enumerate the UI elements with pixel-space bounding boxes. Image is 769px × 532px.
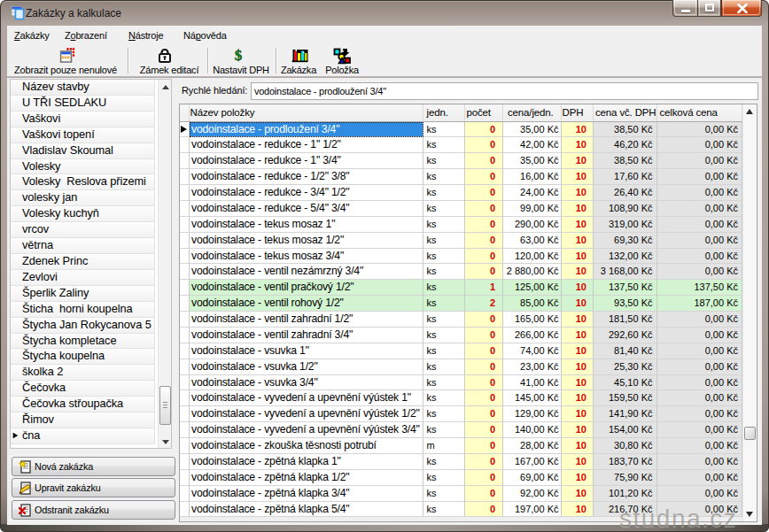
svg-text:$: $ bbox=[235, 48, 243, 63]
